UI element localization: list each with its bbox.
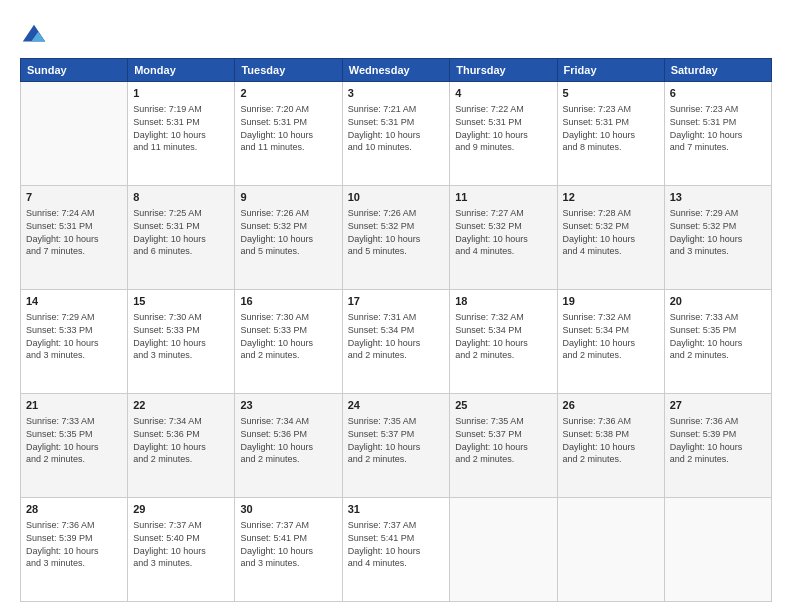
day-cell: 28Sunrise: 7:36 AM Sunset: 5:39 PM Dayli… bbox=[21, 498, 128, 602]
day-cell: 29Sunrise: 7:37 AM Sunset: 5:40 PM Dayli… bbox=[128, 498, 235, 602]
day-cell bbox=[450, 498, 557, 602]
day-cell: 15Sunrise: 7:30 AM Sunset: 5:33 PM Dayli… bbox=[128, 290, 235, 394]
day-info: Sunrise: 7:23 AM Sunset: 5:31 PM Dayligh… bbox=[670, 103, 766, 153]
day-cell bbox=[557, 498, 664, 602]
day-cell: 6Sunrise: 7:23 AM Sunset: 5:31 PM Daylig… bbox=[664, 82, 771, 186]
day-number: 18 bbox=[455, 294, 551, 309]
day-number: 15 bbox=[133, 294, 229, 309]
day-info: Sunrise: 7:37 AM Sunset: 5:40 PM Dayligh… bbox=[133, 519, 229, 569]
weekday-thursday: Thursday bbox=[450, 59, 557, 82]
day-cell: 18Sunrise: 7:32 AM Sunset: 5:34 PM Dayli… bbox=[450, 290, 557, 394]
day-info: Sunrise: 7:36 AM Sunset: 5:38 PM Dayligh… bbox=[563, 415, 659, 465]
week-row-1: 1Sunrise: 7:19 AM Sunset: 5:31 PM Daylig… bbox=[21, 82, 772, 186]
day-number: 6 bbox=[670, 86, 766, 101]
day-number: 17 bbox=[348, 294, 445, 309]
week-row-5: 28Sunrise: 7:36 AM Sunset: 5:39 PM Dayli… bbox=[21, 498, 772, 602]
day-number: 21 bbox=[26, 398, 122, 413]
day-info: Sunrise: 7:31 AM Sunset: 5:34 PM Dayligh… bbox=[348, 311, 445, 361]
day-info: Sunrise: 7:34 AM Sunset: 5:36 PM Dayligh… bbox=[133, 415, 229, 465]
weekday-tuesday: Tuesday bbox=[235, 59, 342, 82]
day-number: 7 bbox=[26, 190, 122, 205]
day-number: 31 bbox=[348, 502, 445, 517]
logo-icon bbox=[20, 22, 48, 50]
day-number: 14 bbox=[26, 294, 122, 309]
day-info: Sunrise: 7:25 AM Sunset: 5:31 PM Dayligh… bbox=[133, 207, 229, 257]
weekday-sunday: Sunday bbox=[21, 59, 128, 82]
day-info: Sunrise: 7:23 AM Sunset: 5:31 PM Dayligh… bbox=[563, 103, 659, 153]
day-cell: 11Sunrise: 7:27 AM Sunset: 5:32 PM Dayli… bbox=[450, 186, 557, 290]
weekday-saturday: Saturday bbox=[664, 59, 771, 82]
day-number: 8 bbox=[133, 190, 229, 205]
day-info: Sunrise: 7:33 AM Sunset: 5:35 PM Dayligh… bbox=[26, 415, 122, 465]
day-cell: 8Sunrise: 7:25 AM Sunset: 5:31 PM Daylig… bbox=[128, 186, 235, 290]
weekday-header-row: SundayMondayTuesdayWednesdayThursdayFrid… bbox=[21, 59, 772, 82]
day-info: Sunrise: 7:27 AM Sunset: 5:32 PM Dayligh… bbox=[455, 207, 551, 257]
day-cell: 2Sunrise: 7:20 AM Sunset: 5:31 PM Daylig… bbox=[235, 82, 342, 186]
header bbox=[20, 18, 772, 50]
day-number: 13 bbox=[670, 190, 766, 205]
day-cell: 30Sunrise: 7:37 AM Sunset: 5:41 PM Dayli… bbox=[235, 498, 342, 602]
day-info: Sunrise: 7:34 AM Sunset: 5:36 PM Dayligh… bbox=[240, 415, 336, 465]
day-info: Sunrise: 7:33 AM Sunset: 5:35 PM Dayligh… bbox=[670, 311, 766, 361]
day-number: 24 bbox=[348, 398, 445, 413]
day-info: Sunrise: 7:20 AM Sunset: 5:31 PM Dayligh… bbox=[240, 103, 336, 153]
day-cell: 19Sunrise: 7:32 AM Sunset: 5:34 PM Dayli… bbox=[557, 290, 664, 394]
logo bbox=[20, 22, 52, 50]
day-cell bbox=[664, 498, 771, 602]
day-info: Sunrise: 7:28 AM Sunset: 5:32 PM Dayligh… bbox=[563, 207, 659, 257]
day-info: Sunrise: 7:36 AM Sunset: 5:39 PM Dayligh… bbox=[26, 519, 122, 569]
calendar: SundayMondayTuesdayWednesdayThursdayFrid… bbox=[20, 58, 772, 602]
day-cell bbox=[21, 82, 128, 186]
day-info: Sunrise: 7:26 AM Sunset: 5:32 PM Dayligh… bbox=[240, 207, 336, 257]
day-number: 11 bbox=[455, 190, 551, 205]
day-number: 25 bbox=[455, 398, 551, 413]
day-info: Sunrise: 7:37 AM Sunset: 5:41 PM Dayligh… bbox=[240, 519, 336, 569]
weekday-friday: Friday bbox=[557, 59, 664, 82]
day-number: 22 bbox=[133, 398, 229, 413]
week-row-2: 7Sunrise: 7:24 AM Sunset: 5:31 PM Daylig… bbox=[21, 186, 772, 290]
day-cell: 23Sunrise: 7:34 AM Sunset: 5:36 PM Dayli… bbox=[235, 394, 342, 498]
day-number: 29 bbox=[133, 502, 229, 517]
day-cell: 22Sunrise: 7:34 AM Sunset: 5:36 PM Dayli… bbox=[128, 394, 235, 498]
day-number: 30 bbox=[240, 502, 336, 517]
day-number: 2 bbox=[240, 86, 336, 101]
day-info: Sunrise: 7:29 AM Sunset: 5:32 PM Dayligh… bbox=[670, 207, 766, 257]
day-cell: 16Sunrise: 7:30 AM Sunset: 5:33 PM Dayli… bbox=[235, 290, 342, 394]
day-cell: 26Sunrise: 7:36 AM Sunset: 5:38 PM Dayli… bbox=[557, 394, 664, 498]
day-number: 26 bbox=[563, 398, 659, 413]
day-number: 27 bbox=[670, 398, 766, 413]
day-number: 3 bbox=[348, 86, 445, 101]
day-info: Sunrise: 7:22 AM Sunset: 5:31 PM Dayligh… bbox=[455, 103, 551, 153]
day-cell: 1Sunrise: 7:19 AM Sunset: 5:31 PM Daylig… bbox=[128, 82, 235, 186]
day-info: Sunrise: 7:21 AM Sunset: 5:31 PM Dayligh… bbox=[348, 103, 445, 153]
day-number: 12 bbox=[563, 190, 659, 205]
day-cell: 12Sunrise: 7:28 AM Sunset: 5:32 PM Dayli… bbox=[557, 186, 664, 290]
day-info: Sunrise: 7:35 AM Sunset: 5:37 PM Dayligh… bbox=[455, 415, 551, 465]
day-cell: 9Sunrise: 7:26 AM Sunset: 5:32 PM Daylig… bbox=[235, 186, 342, 290]
week-row-4: 21Sunrise: 7:33 AM Sunset: 5:35 PM Dayli… bbox=[21, 394, 772, 498]
weekday-monday: Monday bbox=[128, 59, 235, 82]
day-cell: 17Sunrise: 7:31 AM Sunset: 5:34 PM Dayli… bbox=[342, 290, 450, 394]
day-cell: 24Sunrise: 7:35 AM Sunset: 5:37 PM Dayli… bbox=[342, 394, 450, 498]
page: SundayMondayTuesdayWednesdayThursdayFrid… bbox=[0, 0, 792, 612]
day-info: Sunrise: 7:37 AM Sunset: 5:41 PM Dayligh… bbox=[348, 519, 445, 569]
day-cell: 10Sunrise: 7:26 AM Sunset: 5:32 PM Dayli… bbox=[342, 186, 450, 290]
day-cell: 7Sunrise: 7:24 AM Sunset: 5:31 PM Daylig… bbox=[21, 186, 128, 290]
day-info: Sunrise: 7:32 AM Sunset: 5:34 PM Dayligh… bbox=[455, 311, 551, 361]
day-info: Sunrise: 7:19 AM Sunset: 5:31 PM Dayligh… bbox=[133, 103, 229, 153]
day-number: 19 bbox=[563, 294, 659, 309]
week-row-3: 14Sunrise: 7:29 AM Sunset: 5:33 PM Dayli… bbox=[21, 290, 772, 394]
day-number: 5 bbox=[563, 86, 659, 101]
day-cell: 13Sunrise: 7:29 AM Sunset: 5:32 PM Dayli… bbox=[664, 186, 771, 290]
day-cell: 31Sunrise: 7:37 AM Sunset: 5:41 PM Dayli… bbox=[342, 498, 450, 602]
day-number: 20 bbox=[670, 294, 766, 309]
day-number: 4 bbox=[455, 86, 551, 101]
day-cell: 27Sunrise: 7:36 AM Sunset: 5:39 PM Dayli… bbox=[664, 394, 771, 498]
day-info: Sunrise: 7:32 AM Sunset: 5:34 PM Dayligh… bbox=[563, 311, 659, 361]
day-cell: 3Sunrise: 7:21 AM Sunset: 5:31 PM Daylig… bbox=[342, 82, 450, 186]
day-info: Sunrise: 7:24 AM Sunset: 5:31 PM Dayligh… bbox=[26, 207, 122, 257]
day-cell: 14Sunrise: 7:29 AM Sunset: 5:33 PM Dayli… bbox=[21, 290, 128, 394]
day-cell: 25Sunrise: 7:35 AM Sunset: 5:37 PM Dayli… bbox=[450, 394, 557, 498]
day-info: Sunrise: 7:29 AM Sunset: 5:33 PM Dayligh… bbox=[26, 311, 122, 361]
day-number: 16 bbox=[240, 294, 336, 309]
